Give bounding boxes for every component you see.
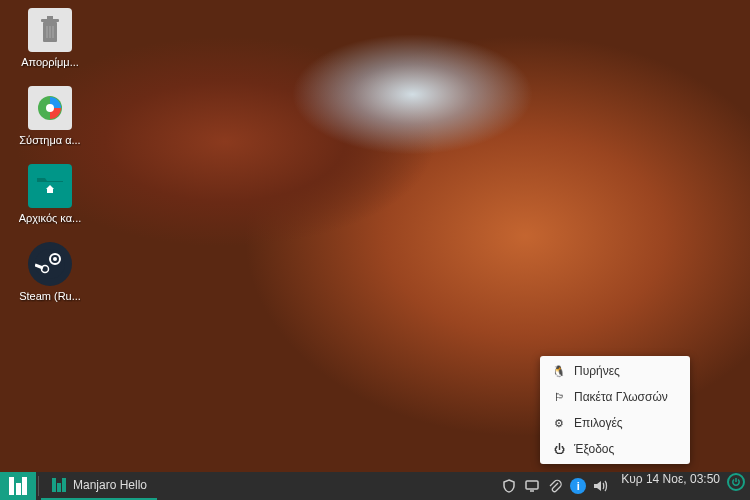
- desktop-icon-label: Steam (Ru...: [19, 290, 81, 302]
- desktop-icon-system[interactable]: Σύστημα α...: [12, 86, 88, 146]
- folder-home-icon: [28, 164, 72, 208]
- desktop-icon-label: Σύστημα α...: [19, 134, 80, 146]
- menu-item-label: Πακέτα Γλωσσών: [574, 390, 668, 404]
- steam-icon: [28, 242, 72, 286]
- start-menu-button[interactable]: [0, 472, 36, 500]
- svg-rect-14: [57, 483, 61, 492]
- menu-item-label: Πυρήνες: [574, 364, 620, 378]
- trash-icon: [28, 8, 72, 52]
- power-icon: ⏻: [552, 442, 566, 456]
- attachment-tray-icon[interactable]: [545, 476, 565, 496]
- desktop[interactable]: Απορρίμμ... Σύστημα α... Αρχικός κα... S…: [0, 0, 750, 472]
- menu-item-label: Επιλογές: [574, 416, 623, 430]
- flag-icon: 🏳: [552, 390, 566, 404]
- taskbar-spacer: [157, 472, 495, 500]
- info-circle-icon: i: [570, 478, 586, 494]
- volume-tray-icon[interactable]: [591, 476, 611, 496]
- svg-rect-1: [41, 19, 59, 22]
- info-tray-icon[interactable]: i: [568, 476, 588, 496]
- menu-item-options[interactable]: ⚙ Επιλογές: [540, 410, 690, 436]
- shield-tray-icon[interactable]: [499, 476, 519, 496]
- context-menu: 🐧 Πυρήνες 🏳 Πακέτα Γλωσσών ⚙ Επιλογές ⏻ …: [540, 356, 690, 464]
- session-circle-icon: [727, 473, 745, 491]
- svg-point-7: [46, 104, 54, 112]
- taskbar: Manjaro Hello i Κυρ 14 Νοε, 03:50: [0, 472, 750, 500]
- svg-rect-2: [47, 16, 53, 19]
- desktop-icon-label: Απορρίμμ...: [21, 56, 79, 68]
- desktop-tray-icon[interactable]: [522, 476, 542, 496]
- session-menu-button[interactable]: [726, 472, 746, 492]
- system-icon: [28, 86, 72, 130]
- manjaro-hello-icon: [51, 477, 67, 493]
- svg-rect-15: [62, 478, 66, 492]
- svg-point-11: [53, 257, 57, 261]
- menu-item-language-packages[interactable]: 🏳 Πακέτα Γλωσσών: [540, 384, 690, 410]
- menu-item-exit[interactable]: ⏻ Έξοδος: [540, 436, 690, 462]
- menu-item-label: Έξοδος: [574, 442, 614, 456]
- gear-icon: ⚙: [552, 416, 566, 430]
- taskbar-clock[interactable]: Κυρ 14 Νοε, 03:50: [615, 472, 726, 500]
- system-tray: i: [495, 472, 615, 500]
- desktop-icon-steam[interactable]: Steam (Ru...: [12, 242, 88, 302]
- taskbar-divider: [38, 476, 39, 496]
- desktop-icon-home[interactable]: Αρχικός κα...: [12, 164, 88, 224]
- svg-rect-16: [526, 481, 538, 489]
- taskbar-window-label: Manjaro Hello: [73, 478, 147, 492]
- desktop-icon-label: Αρχικός κα...: [19, 212, 82, 224]
- manjaro-logo-icon: [9, 477, 27, 495]
- menu-item-kernels[interactable]: 🐧 Πυρήνες: [540, 358, 690, 384]
- svg-rect-13: [52, 478, 56, 492]
- svg-point-9: [35, 249, 65, 279]
- taskbar-window-manjaro-hello[interactable]: Manjaro Hello: [41, 472, 157, 500]
- desktop-icon-trash[interactable]: Απορρίμμ...: [12, 8, 88, 68]
- desktop-icons-column: Απορρίμμ... Σύστημα α... Αρχικός κα... S…: [12, 8, 88, 302]
- penguin-icon: 🐧: [552, 364, 566, 378]
